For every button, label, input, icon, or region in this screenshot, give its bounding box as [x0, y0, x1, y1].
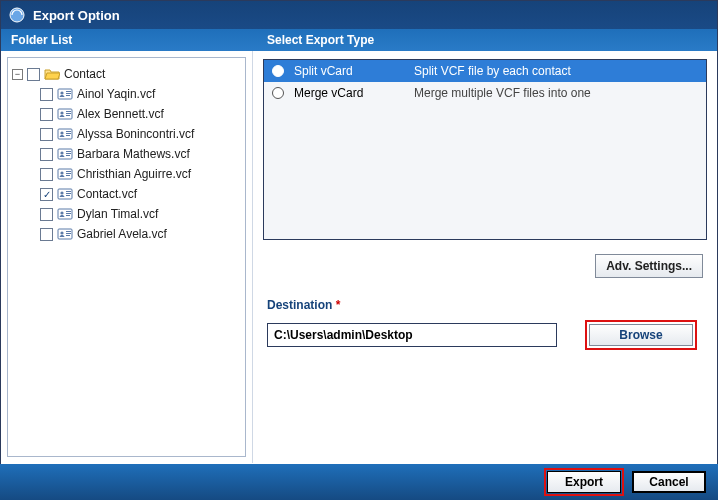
svg-point-37 [60, 231, 63, 234]
tree-item[interactable]: Dylan Timal.vcf [40, 204, 241, 224]
checkbox[interactable]: ✓ [40, 188, 53, 201]
vcard-icon [57, 127, 73, 141]
checkbox[interactable] [40, 108, 53, 121]
svg-rect-9 [66, 113, 71, 114]
svg-rect-8 [66, 111, 71, 112]
svg-point-2 [60, 91, 63, 94]
svg-rect-35 [66, 215, 70, 216]
export-button[interactable]: Export [547, 471, 621, 493]
svg-point-17 [60, 151, 63, 154]
tree-item[interactable]: Christhian Aguirre.vcf [40, 164, 241, 184]
tree-item-label: Dylan Timal.vcf [77, 207, 158, 221]
adv-settings-button[interactable]: Adv. Settings... [595, 254, 703, 278]
svg-rect-19 [66, 153, 71, 154]
vcard-icon [57, 227, 73, 241]
app-icon [9, 7, 25, 23]
svg-rect-30 [66, 195, 70, 196]
subheader: Folder List Select Export Type [1, 29, 717, 51]
svg-point-27 [60, 191, 63, 194]
tree-item-label: Alex Bennett.vcf [77, 107, 164, 121]
vcard-icon [57, 147, 73, 161]
svg-rect-38 [66, 231, 71, 232]
svg-rect-40 [66, 235, 70, 236]
destination-input[interactable] [267, 323, 557, 347]
svg-rect-33 [66, 211, 71, 212]
svg-rect-39 [66, 233, 71, 234]
radio-button[interactable] [272, 65, 284, 77]
vcard-icon [57, 187, 73, 201]
svg-point-32 [60, 211, 63, 214]
tree-item-label: Alyssa Bonincontri.vcf [77, 127, 194, 141]
checkbox[interactable] [40, 148, 53, 161]
folder-open-icon [44, 67, 60, 81]
svg-point-7 [60, 111, 63, 114]
vcard-icon [57, 167, 73, 181]
export-type-desc: Split VCF file by each contact [414, 64, 706, 78]
export-type-name: Merge vCard [294, 86, 414, 100]
svg-rect-10 [66, 115, 70, 116]
vcard-icon [57, 107, 73, 121]
checkbox[interactable] [40, 228, 53, 241]
checkbox[interactable] [40, 168, 53, 181]
svg-rect-5 [66, 95, 70, 96]
cancel-button[interactable]: Cancel [632, 471, 706, 493]
export-type-desc: Merge multiple VCF files into one [414, 86, 706, 100]
tree-item[interactable]: Alex Bennett.vcf [40, 104, 241, 124]
svg-rect-15 [66, 135, 70, 136]
svg-rect-23 [66, 171, 71, 172]
svg-rect-13 [66, 131, 71, 132]
export-type-list: Split vCardSplit VCF file by each contac… [263, 59, 707, 240]
tree-item[interactable]: Gabriel Avela.vcf [40, 224, 241, 244]
checkbox[interactable] [40, 88, 53, 101]
tree-root-row[interactable]: − Contact [12, 64, 241, 84]
export-type-name: Split vCard [294, 64, 414, 78]
tree-item-label: Gabriel Avela.vcf [77, 227, 167, 241]
export-options-panel: Split vCardSplit VCF file by each contac… [253, 51, 717, 463]
export-highlight: Export [544, 468, 624, 496]
tree-item-label: Christhian Aguirre.vcf [77, 167, 191, 181]
tree-item[interactable]: Ainol Yaqin.vcf [40, 84, 241, 104]
tree-item-label: Ainol Yaqin.vcf [77, 87, 155, 101]
tree-item[interactable]: Barbara Mathews.vcf [40, 144, 241, 164]
svg-rect-25 [66, 175, 70, 176]
svg-point-22 [60, 171, 63, 174]
tree-item-label: Contact.vcf [77, 187, 137, 201]
svg-rect-20 [66, 155, 70, 156]
svg-rect-3 [66, 91, 71, 92]
titlebar: Export Option [1, 1, 717, 29]
svg-rect-18 [66, 151, 71, 152]
svg-rect-24 [66, 173, 71, 174]
tree-root-label: Contact [64, 67, 105, 81]
checkbox[interactable] [40, 208, 53, 221]
svg-rect-14 [66, 133, 71, 134]
checkbox[interactable] [27, 68, 40, 81]
svg-rect-34 [66, 213, 71, 214]
folder-tree[interactable]: − Contact Ainol Yaqin.vcfAlex Bennett.vc… [7, 57, 246, 457]
export-type-row[interactable]: Merge vCardMerge multiple VCF files into… [264, 82, 706, 104]
checkbox[interactable] [40, 128, 53, 141]
destination-label: Destination * [267, 298, 707, 312]
svg-rect-4 [66, 93, 71, 94]
svg-rect-28 [66, 191, 71, 192]
window-title: Export Option [33, 8, 120, 23]
export-type-row[interactable]: Split vCardSplit VCF file by each contac… [264, 60, 706, 82]
vcard-icon [57, 207, 73, 221]
tree-collapse-icon[interactable]: − [12, 69, 23, 80]
folder-list-panel: − Contact Ainol Yaqin.vcfAlex Bennett.vc… [1, 51, 253, 463]
tree-item-label: Barbara Mathews.vcf [77, 147, 190, 161]
vcard-icon [57, 87, 73, 101]
radio-button[interactable] [272, 87, 284, 99]
svg-rect-29 [66, 193, 71, 194]
tree-item[interactable]: Alyssa Bonincontri.vcf [40, 124, 241, 144]
footer-bar: Export Cancel [0, 464, 718, 500]
export-type-header: Select Export Type [253, 29, 717, 51]
browse-button[interactable]: Browse [589, 324, 693, 346]
svg-point-12 [60, 131, 63, 134]
tree-item[interactable]: ✓Contact.vcf [40, 184, 241, 204]
folder-list-header: Folder List [1, 29, 253, 51]
browse-highlight: Browse [585, 320, 697, 350]
